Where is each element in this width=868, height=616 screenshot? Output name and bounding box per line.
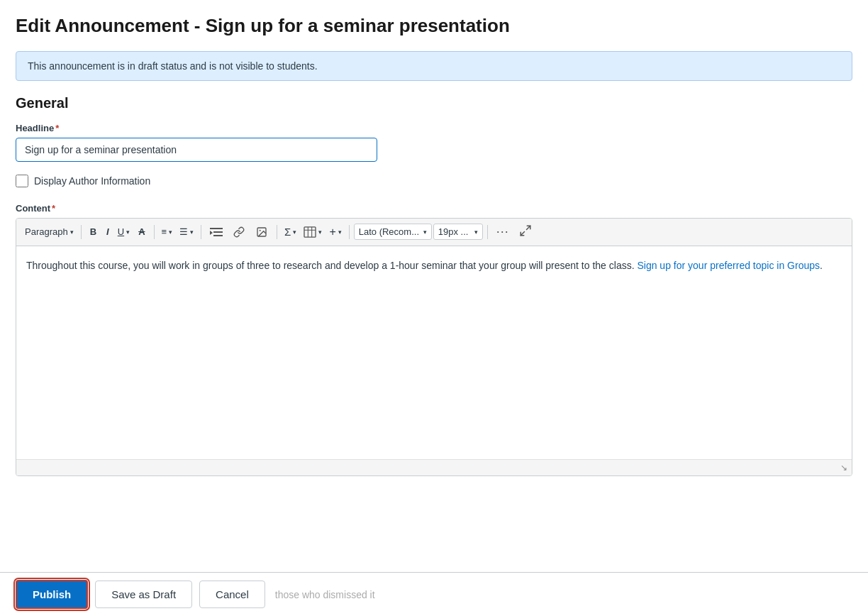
- image-icon: [255, 226, 268, 238]
- plus-select[interactable]: + ▾: [326, 223, 344, 241]
- toolbar-sep-1: [81, 225, 82, 239]
- page-title: Edit Announcement - Sign up for a semina…: [16, 14, 852, 38]
- italic-button[interactable]: I: [102, 224, 113, 240]
- list-select[interactable]: ☰ ▾: [177, 224, 196, 240]
- display-author-checkbox[interactable]: [16, 175, 28, 187]
- headline-label: Headline*: [16, 123, 852, 133]
- font-size-chevron-icon: ▾: [474, 229, 478, 236]
- more-options-button[interactable]: ···: [492, 223, 513, 241]
- plus-chevron-icon: ▾: [338, 229, 342, 236]
- draft-notice-text: This announcement is in draft status and…: [28, 60, 318, 72]
- paragraph-select[interactable]: Paragraph ▾: [22, 224, 77, 240]
- svg-rect-1: [213, 231, 223, 233]
- indent-button[interactable]: [206, 224, 227, 241]
- svg-rect-2: [213, 235, 223, 236]
- editor-wrapper: Paragraph ▾ B I U ▾: [16, 218, 852, 476]
- font-name-select[interactable]: Lato (Recom... ▾: [354, 224, 432, 240]
- font-size-select[interactable]: 19px ... ▾: [433, 224, 483, 240]
- toolbar-sep-6: [487, 225, 488, 239]
- svg-rect-6: [304, 227, 316, 237]
- list-icon: ☰: [179, 226, 188, 237]
- underline-select[interactable]: U ▾: [115, 224, 133, 240]
- indent-icon: [210, 226, 223, 238]
- headline-field-group: Headline*: [16, 123, 852, 162]
- toolbar-sep-2: [154, 225, 155, 239]
- link-icon: [233, 226, 245, 238]
- cancel-button[interactable]: Cancel: [199, 581, 265, 608]
- bold-button[interactable]: B: [86, 224, 101, 240]
- svg-line-11: [521, 231, 524, 235]
- general-section-title: General: [16, 95, 852, 111]
- footer-bar: Publish Save as Draft Cancel those who d…: [0, 572, 868, 616]
- editor-body[interactable]: Throughout this course, you will work in…: [16, 246, 852, 459]
- font-name-chevron-icon: ▾: [423, 229, 427, 236]
- editor-text-before-link: Throughout this course, you will work in…: [26, 260, 637, 271]
- strikethrough-button[interactable]: A: [134, 224, 149, 240]
- page-wrapper: Edit Announcement - Sign up for a semina…: [0, 0, 868, 616]
- editor-link[interactable]: Sign up for your preferred topic in Grou…: [637, 260, 820, 271]
- svg-point-5: [260, 229, 261, 231]
- svg-rect-0: [210, 228, 223, 229]
- align-icon: ≡: [162, 226, 167, 237]
- image-button[interactable]: [251, 224, 272, 241]
- table-icon: [304, 226, 316, 238]
- svg-line-10: [526, 226, 530, 229]
- formula-select[interactable]: Σ ▾: [282, 223, 299, 241]
- plus-icon: +: [329, 226, 335, 238]
- link-button[interactable]: [228, 224, 250, 241]
- paragraph-chevron-icon: ▾: [70, 229, 74, 236]
- publish-button[interactable]: Publish: [16, 580, 88, 609]
- formula-chevron-icon: ▾: [293, 229, 296, 236]
- align-chevron-icon: ▾: [169, 229, 172, 236]
- table-chevron-icon: ▾: [318, 229, 322, 236]
- editor-toolbar: Paragraph ▾ B I U ▾: [16, 219, 852, 246]
- list-chevron-icon: ▾: [190, 229, 194, 236]
- draft-notice: This announcement is in draft status and…: [16, 51, 852, 81]
- editor-resize-handle[interactable]: ↘: [16, 459, 852, 475]
- headline-input[interactable]: [16, 138, 377, 162]
- formula-icon: Σ: [284, 226, 291, 238]
- toolbar-sep-3: [201, 225, 201, 239]
- toolbar-sep-4: [277, 225, 277, 239]
- svg-marker-3: [210, 231, 213, 235]
- expand-editor-button[interactable]: [515, 223, 536, 241]
- align-select[interactable]: ≡ ▾: [159, 224, 176, 240]
- save-draft-button[interactable]: Save as Draft: [95, 581, 192, 608]
- content-field-group: Content* Paragraph ▾ B: [16, 203, 852, 476]
- expand-icon: [519, 224, 532, 237]
- display-author-row: Display Author Information: [16, 175, 852, 187]
- content-label: Content*: [16, 203, 852, 214]
- resize-icon: ↘: [840, 463, 847, 473]
- toolbar-sep-5: [349, 225, 350, 239]
- table-select[interactable]: ▾: [301, 224, 325, 241]
- display-author-label[interactable]: Display Author Information: [34, 175, 150, 187]
- underline-chevron-icon: ▾: [126, 229, 130, 236]
- footer-ghost-text: those who dismissed it: [275, 589, 375, 600]
- main-content: Edit Announcement - Sign up for a semina…: [0, 0, 868, 533]
